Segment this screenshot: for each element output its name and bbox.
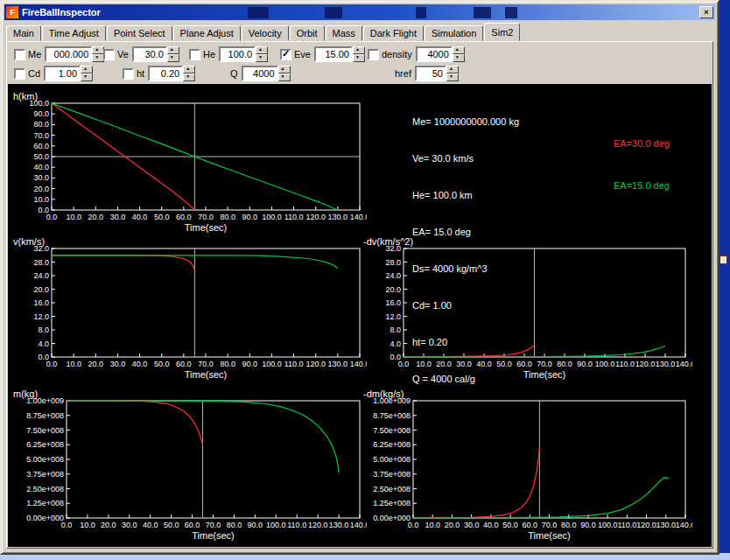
eve-input[interactable] bbox=[314, 46, 353, 62]
svg-text:70.0: 70.0 bbox=[33, 131, 49, 140]
density-checkbox[interactable] bbox=[368, 49, 379, 60]
density-input[interactable] bbox=[416, 46, 453, 62]
svg-text:80.0: 80.0 bbox=[220, 213, 235, 221]
spin-up-icon[interactable] bbox=[353, 46, 365, 54]
me-checkbox[interactable] bbox=[14, 49, 25, 60]
svg-text:60.0: 60.0 bbox=[176, 213, 192, 221]
spin-up-icon[interactable] bbox=[256, 46, 268, 54]
tab-main[interactable]: Main bbox=[6, 25, 41, 41]
svg-text:5.00e+008: 5.00e+008 bbox=[26, 455, 64, 464]
tab-point-select[interactable]: Point Select bbox=[107, 25, 172, 41]
svg-text:0.0: 0.0 bbox=[38, 206, 49, 214]
tab-dark-flight[interactable]: Dark Flight bbox=[363, 25, 424, 41]
svg-text:20.0: 20.0 bbox=[33, 285, 49, 294]
svg-text:110.0: 110.0 bbox=[617, 521, 636, 529]
spin-down-icon[interactable] bbox=[183, 74, 195, 81]
q-input[interactable] bbox=[242, 66, 278, 81]
q-spinner[interactable] bbox=[278, 66, 291, 81]
tab-strip: Main Time Adjust Point Select Plane Adju… bbox=[6, 23, 713, 41]
svg-text:30.0: 30.0 bbox=[110, 213, 126, 221]
density-label: density bbox=[382, 49, 412, 60]
svg-text:60.0: 60.0 bbox=[176, 360, 192, 368]
q-label: Q bbox=[230, 68, 238, 79]
svg-text:Time(sec): Time(sec) bbox=[185, 222, 227, 233]
svg-text:16.0: 16.0 bbox=[385, 298, 401, 307]
svg-text:70.0: 70.0 bbox=[198, 360, 214, 368]
href-spinner[interactable] bbox=[446, 66, 459, 81]
desktop-artifact bbox=[248, 7, 269, 18]
svg-text:20.0: 20.0 bbox=[33, 185, 49, 193]
spin-up-icon[interactable] bbox=[453, 46, 465, 54]
me-input[interactable] bbox=[45, 46, 92, 62]
svg-text:40.0: 40.0 bbox=[476, 360, 492, 368]
legend-item-ea15: EA=15.0 deg bbox=[614, 178, 670, 192]
close-button[interactable]: × bbox=[699, 6, 713, 18]
ve-input[interactable] bbox=[132, 46, 167, 62]
tab-time-adjust[interactable]: Time Adjust bbox=[42, 25, 106, 41]
eve-checkbox[interactable] bbox=[280, 49, 291, 60]
svg-text:20.0: 20.0 bbox=[88, 360, 104, 368]
svg-text:8.0: 8.0 bbox=[390, 326, 401, 334]
spin-up-icon[interactable] bbox=[183, 66, 195, 74]
mass-chart[interactable]: m(kg)0.010.020.030.040.050.060.070.080.0… bbox=[11, 388, 367, 542]
tab-orbit[interactable]: Orbit bbox=[290, 25, 325, 41]
svg-text:30.0: 30.0 bbox=[122, 521, 137, 529]
svg-text:120.0: 120.0 bbox=[636, 521, 656, 529]
legend-item-ea30: EA=30.0 deg bbox=[614, 136, 670, 150]
ht-spinner[interactable] bbox=[183, 66, 195, 81]
spin-up-icon[interactable] bbox=[278, 66, 291, 74]
velocity-chart[interactable]: v(km/s)0.010.020.030.040.050.060.070.080… bbox=[11, 236, 367, 382]
svg-text:30.0: 30.0 bbox=[33, 173, 49, 182]
spin-down-icon[interactable] bbox=[446, 74, 459, 81]
ve-spinner[interactable] bbox=[167, 46, 179, 62]
svg-text:16.0: 16.0 bbox=[33, 298, 49, 307]
desktop-artifact bbox=[505, 7, 517, 18]
he-checkbox[interactable] bbox=[189, 49, 200, 60]
tab-plane-adjust[interactable]: Plane Adjust bbox=[173, 25, 241, 41]
ht-checkbox[interactable] bbox=[123, 68, 134, 80]
cd-control: Cd bbox=[14, 65, 93, 82]
parameter-toolbar: Me Ve He bbox=[7, 42, 712, 84]
spin-up-icon[interactable] bbox=[81, 66, 93, 74]
eve-spinner[interactable] bbox=[353, 46, 365, 62]
tab-mass[interactable]: Mass bbox=[326, 25, 362, 41]
tab-sim2[interactable]: Sim2 bbox=[484, 23, 520, 41]
he-input[interactable] bbox=[219, 46, 256, 62]
spin-down-icon[interactable] bbox=[81, 74, 93, 81]
ve-checkbox[interactable] bbox=[103, 49, 115, 60]
cd-spinner[interactable] bbox=[81, 66, 93, 81]
tab-velocity[interactable]: Velocity bbox=[242, 25, 289, 41]
title-bar[interactable]: F FireBallInspector × bbox=[4, 4, 715, 20]
ve-label: Ve bbox=[117, 49, 129, 60]
svg-text:30.0: 30.0 bbox=[464, 521, 480, 529]
svg-text:Time(sec): Time(sec) bbox=[185, 369, 227, 380]
ht-input[interactable] bbox=[148, 66, 183, 81]
svg-text:50.0: 50.0 bbox=[154, 360, 170, 368]
spin-up-icon[interactable] bbox=[167, 46, 179, 54]
svg-text:40.0: 40.0 bbox=[483, 521, 499, 529]
q-control: Q bbox=[228, 65, 291, 82]
svg-text:50.0: 50.0 bbox=[154, 213, 170, 221]
svg-text:120.0: 120.0 bbox=[635, 360, 656, 368]
density-spinner[interactable] bbox=[453, 46, 465, 62]
deceleration-chart[interactable]: -dv(km/s^2)0.010.020.030.040.050.060.070… bbox=[361, 236, 692, 382]
altitude-chart[interactable]: h(km)0.010.020.030.040.050.060.070.080.0… bbox=[11, 91, 367, 234]
spin-down-icon[interactable] bbox=[278, 74, 291, 81]
svg-text:Time(sec): Time(sec) bbox=[528, 530, 570, 541]
mass-loss-chart[interactable]: -dm(kg/s)0.010.020.030.040.050.060.070.0… bbox=[361, 388, 692, 542]
spin-down-icon[interactable] bbox=[256, 54, 268, 62]
svg-text:70.0: 70.0 bbox=[198, 213, 214, 221]
spin-down-icon[interactable] bbox=[353, 54, 365, 62]
svg-text:10.0: 10.0 bbox=[66, 360, 81, 368]
svg-text:5.00e+008: 5.00e+008 bbox=[373, 455, 411, 464]
cd-input[interactable] bbox=[44, 66, 81, 81]
he-spinner[interactable] bbox=[256, 46, 268, 62]
cd-checkbox[interactable] bbox=[14, 68, 25, 80]
href-input[interactable] bbox=[415, 66, 446, 81]
desktop-artifact bbox=[416, 7, 426, 18]
spin-down-icon[interactable] bbox=[167, 54, 179, 62]
spin-down-icon[interactable] bbox=[453, 54, 465, 62]
tab-simulation[interactable]: Simulation bbox=[425, 25, 483, 41]
window-title: FireBallInspector bbox=[22, 7, 101, 18]
spin-up-icon[interactable] bbox=[446, 66, 459, 74]
